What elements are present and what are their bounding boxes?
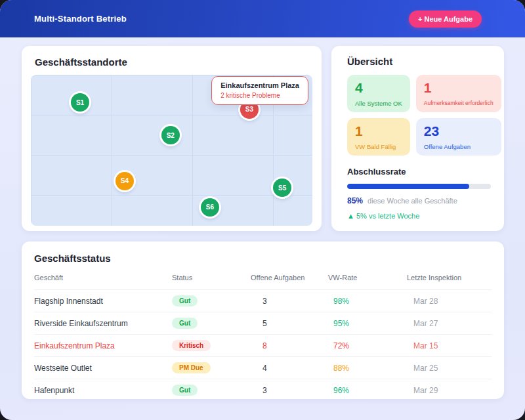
stat-box-systems-ok: 4 Alle Systeme OK [347, 75, 410, 112]
completion-trend: ▲ 5% vs letzte Woche [347, 212, 491, 220]
map-marker-s6[interactable]: S6 [201, 198, 219, 217]
overview-card-title: Übersicht [347, 56, 491, 67]
stat-box-attention: 1 Aufmerksamkeit erforderlich [416, 75, 501, 112]
column-header-inspection: Letzte Inspektion [407, 274, 492, 282]
table-row[interactable]: Riverside EinkaufszentrumGut595%Mar 27 [34, 312, 492, 334]
last-inspection-value: Mar 29 [407, 386, 492, 395]
open-tasks-value: 3 [251, 386, 328, 395]
store-table-body: Flagship InnenstadtGut398%Mar 28Riversid… [34, 289, 492, 401]
map-marker-s2[interactable]: S2 [161, 126, 180, 144]
column-header-vw-rate: VW-Rate [328, 274, 407, 282]
store-name: Riverside Einkaufszentrum [34, 319, 172, 328]
map-tooltip-subtitle: 2 kritische Probleme [220, 92, 299, 99]
table-row[interactable]: Westseite OutletPM Due488%Mar 25 [34, 356, 492, 379]
stat-label: Aufmerksamkeit erforderlich [424, 100, 494, 106]
map-tooltip-title: Einkaufszentrum Plaza [220, 81, 299, 89]
completion-progress-fill [347, 184, 469, 189]
status-badge: Gut [172, 295, 198, 306]
column-header-status: Status [172, 274, 251, 282]
store-name: Einkaufszentrum Plaza [34, 341, 172, 350]
map-marker-s4[interactable]: S4 [116, 172, 134, 190]
status-badge: Kritisch [172, 340, 211, 351]
completion-rate-title: Abschlussrate [347, 167, 491, 177]
status-badge: Gut [172, 385, 198, 396]
last-inspection-value: Mar 15 [407, 341, 492, 350]
store-name: Hafenpunkt [34, 386, 172, 395]
app-header: Multi-Standort Betrieb + Neue Aufgabe [0, 0, 525, 37]
column-header-store: Geschäft [34, 274, 172, 282]
status-cell: Gut [172, 385, 251, 396]
vw-rate-value: 95% [328, 319, 407, 328]
vw-rate-value: 72% [328, 341, 407, 350]
status-badge: Gut [172, 318, 198, 329]
completion-percent: 85% [347, 196, 363, 205]
new-task-button[interactable]: + Neue Aufgabe [409, 10, 482, 28]
vw-rate-value: 88% [328, 364, 407, 373]
map-area[interactable]: Einkaufszentrum Plaza 2 kritische Proble… [31, 75, 312, 226]
map-tooltip: Einkaufszentrum Plaza 2 kritische Proble… [211, 76, 308, 105]
stat-label: VW Bald Fällig [355, 143, 402, 150]
stat-label: Alle Systeme OK [355, 100, 402, 107]
store-status-title: Geschäftsstatus [34, 253, 492, 264]
app-container: Multi-Standort Betrieb + Neue Aufgabe Ge… [0, 0, 525, 420]
last-inspection-value: Mar 25 [407, 364, 492, 373]
stat-box-open-tasks: 23 Offene Aufgaben [416, 118, 501, 156]
last-inspection-value: Mar 27 [407, 319, 492, 328]
locations-card-title: Geschäftsstandorte [35, 56, 312, 68]
completion-progress-bar [347, 184, 491, 189]
stat-value: 23 [424, 123, 494, 138]
map-marker-s1[interactable]: S1 [71, 93, 89, 112]
table-row[interactable]: Einkaufszentrum PlazaKritisch872%Mar 15 [34, 334, 492, 356]
status-cell: Gut [172, 295, 251, 306]
vw-rate-value: 96% [328, 386, 407, 395]
stat-box-pm-due: 1 VW Bald Fällig [347, 118, 410, 156]
stat-label: Offene Aufgaben [424, 143, 494, 150]
stat-value: 1 [355, 123, 402, 138]
table-row[interactable]: Flagship InnenstadtGut398%Mar 28 [34, 289, 492, 312]
open-tasks-value: 5 [251, 319, 328, 328]
status-cell: Gut [172, 318, 251, 329]
locations-card: Geschäftsstandorte Einkaufszentrum Plaza… [22, 46, 322, 231]
column-header-open-tasks: Offene Aufgaben [251, 274, 328, 282]
open-tasks-value: 8 [251, 341, 328, 350]
stat-value: 1 [424, 80, 494, 95]
stat-value: 4 [355, 80, 402, 95]
open-tasks-value: 3 [251, 297, 328, 306]
map-marker-s5[interactable]: S5 [273, 178, 291, 197]
status-cell: PM Due [172, 362, 251, 373]
open-tasks-value: 4 [251, 364, 328, 373]
status-badge: PM Due [172, 362, 211, 373]
stat-grid: 4 Alle Systeme OK 1 Aufmerksamkeit erfor… [347, 75, 491, 156]
overview-card: Übersicht 4 Alle Systeme OK 1 Aufmerksam… [331, 46, 504, 231]
status-cell: Kritisch [172, 340, 251, 351]
store-status-card: Geschäftsstatus Geschäft Status Offene A… [22, 242, 504, 399]
completion-line: 85%diese Woche alle Geschäfte [347, 196, 491, 205]
store-name: Flagship Innenstadt [34, 297, 172, 306]
table-row[interactable]: HafenpunktGut396%Mar 29 [34, 379, 492, 401]
last-inspection-value: Mar 28 [407, 297, 492, 306]
page-title: Multi-Standort Betrieb [34, 14, 127, 24]
vw-rate-value: 98% [328, 297, 407, 306]
completion-caption: diese Woche alle Geschäfte [368, 197, 457, 205]
store-name: Westseite Outlet [34, 364, 172, 373]
table-header-row: Geschäft Status Offene Aufgaben VW-Rate … [34, 274, 492, 289]
